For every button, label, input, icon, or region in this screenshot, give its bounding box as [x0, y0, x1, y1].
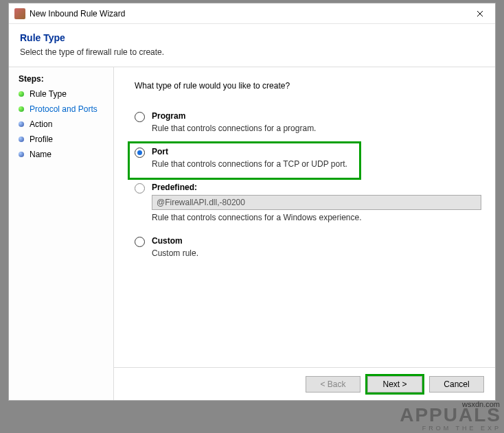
step-bullet-icon	[19, 152, 24, 157]
wizard-window: New Inbound Rule Wizard Rule Type Select…	[8, 3, 496, 401]
watermark-logo: APPUALS	[400, 406, 501, 425]
option-description: Custom rule.	[152, 248, 481, 258]
step-bullet-icon	[19, 137, 24, 142]
option-predefined: Predefined:@FirewallAPI.dll,-80200Rule t…	[135, 183, 481, 222]
option-title: Port	[152, 147, 481, 156]
radio-predefined	[135, 183, 145, 194]
watermark-tagline: FROM THE EXP	[400, 425, 501, 432]
step-protocol-and-ports[interactable]: Protocol and Ports	[19, 104, 113, 114]
page-header: Rule Type Select the type of firewall ru…	[9, 24, 495, 67]
option-body: PortRule that controls connections for a…	[152, 147, 481, 169]
option-body: CustomCustom rule.	[152, 236, 481, 258]
step-label: Profile	[30, 134, 53, 144]
footer-bar: < Back Next > Cancel	[114, 367, 495, 400]
radio-program[interactable]	[135, 112, 145, 122]
step-label: Name	[30, 150, 51, 159]
close-icon	[477, 10, 483, 17]
predefined-dropdown: @FirewallAPI.dll,-80200	[152, 195, 481, 210]
next-button[interactable]: Next >	[367, 376, 422, 393]
radio-custom[interactable]	[135, 237, 145, 247]
step-label: Rule Type	[30, 89, 67, 99]
step-action[interactable]: Action	[19, 119, 113, 129]
wizard-body: Steps: Rule TypeProtocol and PortsAction…	[9, 67, 495, 400]
step-label: Action	[30, 119, 52, 129]
option-title: Predefined:	[152, 183, 481, 192]
prompt-text: What type of rule would you like to crea…	[135, 81, 481, 91]
step-bullet-icon	[19, 91, 24, 97]
content-inner: What type of rule would you like to crea…	[114, 67, 495, 367]
step-bullet-icon	[19, 106, 24, 112]
titlebar: New Inbound Rule Wizard	[9, 3, 495, 24]
option-title: Program	[152, 111, 481, 121]
step-rule-type[interactable]: Rule Type	[19, 89, 113, 99]
option-program: ProgramRule that controls connections fo…	[135, 111, 481, 133]
cancel-button-label: Cancel	[444, 379, 469, 389]
step-name[interactable]: Name	[19, 150, 113, 159]
steps-sidebar: Steps: Rule TypeProtocol and PortsAction…	[9, 67, 113, 400]
close-button[interactable]	[464, 3, 495, 23]
firewall-icon	[14, 8, 25, 19]
option-description: Rule that controls connections for a pro…	[152, 124, 481, 133]
next-button-label: Next >	[382, 379, 406, 389]
watermark: APPUALS FROM THE EXP	[400, 406, 501, 432]
option-title: Custom	[152, 236, 481, 246]
back-button-label: < Back	[320, 379, 345, 389]
cancel-button[interactable]: Cancel	[429, 376, 484, 393]
step-profile[interactable]: Profile	[19, 134, 113, 144]
option-port: PortRule that controls connections for a…	[135, 147, 481, 169]
option-body: Predefined:@FirewallAPI.dll,-80200Rule t…	[152, 183, 481, 222]
window-title: New Inbound Rule Wizard	[30, 9, 464, 19]
page-title: Rule Type	[20, 32, 484, 43]
option-description: Rule that controls connections for a TCP…	[152, 159, 481, 169]
content-pane: What type of rule would you like to crea…	[113, 67, 495, 400]
option-custom: CustomCustom rule.	[135, 236, 481, 258]
radio-port[interactable]	[135, 148, 145, 158]
option-body: ProgramRule that controls connections fo…	[152, 111, 481, 133]
back-button[interactable]: < Back	[306, 376, 360, 393]
page-subtitle: Select the type of firewall rule to crea…	[20, 47, 484, 57]
steps-heading: Steps:	[19, 74, 113, 84]
step-bullet-icon	[19, 121, 24, 127]
option-description: Rule that controls connections for a Win…	[152, 213, 481, 222]
step-label: Protocol and Ports	[30, 104, 98, 114]
